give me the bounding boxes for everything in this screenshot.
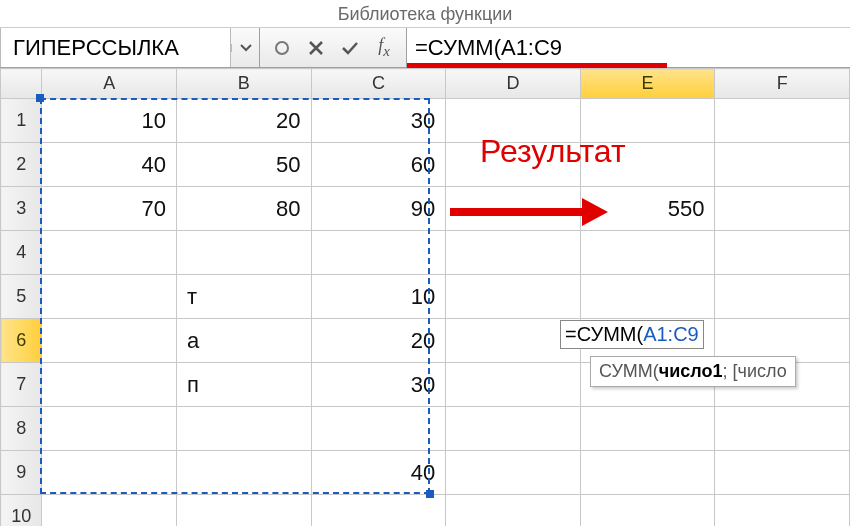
cell-C6[interactable]: 20 bbox=[311, 319, 446, 363]
cell-E10[interactable] bbox=[580, 495, 715, 527]
cell-B6[interactable]: а bbox=[177, 319, 312, 363]
row-header-5[interactable]: 5 bbox=[1, 275, 42, 319]
insert-function-button[interactable]: fx bbox=[372, 36, 396, 60]
cell-C10[interactable] bbox=[311, 495, 446, 527]
cell-D1[interactable] bbox=[446, 99, 581, 143]
cell-E9[interactable] bbox=[580, 451, 715, 495]
col-header-C[interactable]: C bbox=[311, 69, 446, 99]
row-header-3[interactable]: 3 bbox=[1, 187, 42, 231]
cell-D4[interactable] bbox=[446, 231, 581, 275]
cell-E5[interactable] bbox=[580, 275, 715, 319]
cell-A10[interactable] bbox=[42, 495, 177, 527]
name-box-dropdown[interactable] bbox=[231, 44, 259, 52]
cell-C5[interactable]: 10 bbox=[311, 275, 446, 319]
cell-D5[interactable] bbox=[446, 275, 581, 319]
cell-C1[interactable]: 30 bbox=[311, 99, 446, 143]
col-header-E[interactable]: E bbox=[580, 69, 715, 99]
row-header-6[interactable]: 6 bbox=[1, 319, 42, 363]
chevron-down-icon bbox=[240, 44, 252, 52]
cell-B4[interactable] bbox=[177, 231, 312, 275]
row-header-1[interactable]: 1 bbox=[1, 99, 42, 143]
cell-F8[interactable] bbox=[715, 407, 850, 451]
cell-inline-editor[interactable]: =СУММ(A1:C9 bbox=[560, 320, 704, 349]
x-icon bbox=[308, 40, 324, 56]
cell-F3[interactable] bbox=[715, 187, 850, 231]
range-handle-tl[interactable] bbox=[36, 94, 44, 102]
cell-F4[interactable] bbox=[715, 231, 850, 275]
function-tooltip: СУММ(число1; [число bbox=[590, 356, 796, 387]
spreadsheet[interactable]: A B C D E F 1 10 20 30 2 40 50 60 3 70 8… bbox=[0, 68, 850, 526]
cell-A5[interactable] bbox=[42, 275, 177, 319]
tooltip-arg2: [число bbox=[733, 361, 787, 381]
cell-D3[interactable] bbox=[446, 187, 581, 231]
cell-D2[interactable] bbox=[446, 143, 581, 187]
name-box-value[interactable]: ГИПЕРССЫЛКА bbox=[0, 28, 231, 67]
row-header-2[interactable]: 2 bbox=[1, 143, 42, 187]
cell-D9[interactable] bbox=[446, 451, 581, 495]
confirm-formula-button[interactable] bbox=[338, 36, 362, 60]
cell-B8[interactable] bbox=[177, 407, 312, 451]
cell-B7[interactable]: п bbox=[177, 363, 312, 407]
cell-E4[interactable] bbox=[580, 231, 715, 275]
tooltip-fn: СУММ bbox=[599, 361, 653, 381]
cell-A2[interactable]: 40 bbox=[42, 143, 177, 187]
cell-C7[interactable]: 30 bbox=[311, 363, 446, 407]
cell-C2[interactable]: 60 bbox=[311, 143, 446, 187]
formula-bar-buttons: fx bbox=[260, 28, 407, 67]
cell-F9[interactable] bbox=[715, 451, 850, 495]
check-icon bbox=[341, 40, 359, 56]
cell-C9[interactable]: 40 bbox=[311, 451, 446, 495]
cell-D10[interactable] bbox=[446, 495, 581, 527]
cell-C3[interactable]: 90 bbox=[311, 187, 446, 231]
ribbon-group-label: Библиотека функции bbox=[0, 0, 850, 28]
cell-C8[interactable] bbox=[311, 407, 446, 451]
col-header-B[interactable]: B bbox=[177, 69, 312, 99]
cell-E8[interactable] bbox=[580, 407, 715, 451]
col-header-A[interactable]: A bbox=[42, 69, 177, 99]
cell-E2[interactable] bbox=[580, 143, 715, 187]
cell-A8[interactable] bbox=[42, 407, 177, 451]
svg-point-0 bbox=[276, 42, 288, 54]
name-box[interactable]: ГИПЕРССЫЛКА bbox=[0, 28, 260, 67]
cell-A3[interactable]: 70 bbox=[42, 187, 177, 231]
cell-A9[interactable] bbox=[42, 451, 177, 495]
expand-formula-icon[interactable] bbox=[270, 36, 294, 60]
fx-icon: fx bbox=[378, 35, 390, 60]
cell-A7[interactable] bbox=[42, 363, 177, 407]
inline-edit-ref: A1:C9 bbox=[643, 323, 699, 345]
col-header-D[interactable]: D bbox=[446, 69, 581, 99]
cell-B3[interactable]: 80 bbox=[177, 187, 312, 231]
cell-A4[interactable] bbox=[42, 231, 177, 275]
tooltip-arg1: число1 bbox=[659, 361, 723, 381]
col-header-F[interactable]: F bbox=[715, 69, 850, 99]
cell-B2[interactable]: 50 bbox=[177, 143, 312, 187]
cell-D7[interactable] bbox=[446, 363, 581, 407]
formula-input[interactable] bbox=[415, 35, 842, 61]
cell-F2[interactable] bbox=[715, 143, 850, 187]
cell-F1[interactable] bbox=[715, 99, 850, 143]
cancel-formula-button[interactable] bbox=[304, 36, 328, 60]
row-header-10[interactable]: 10 bbox=[1, 495, 42, 527]
inline-edit-prefix: =СУММ( bbox=[565, 323, 643, 345]
row-header-4[interactable]: 4 bbox=[1, 231, 42, 275]
row-header-7[interactable]: 7 bbox=[1, 363, 42, 407]
grid[interactable]: A B C D E F 1 10 20 30 2 40 50 60 3 70 8… bbox=[0, 68, 850, 526]
cell-B5[interactable]: т bbox=[177, 275, 312, 319]
row-header-9[interactable]: 9 bbox=[1, 451, 42, 495]
range-handle-br[interactable] bbox=[426, 490, 434, 498]
formula-bar: ГИПЕРССЫЛКА fx bbox=[0, 28, 850, 68]
row-header-8[interactable]: 8 bbox=[1, 407, 42, 451]
cell-C4[interactable] bbox=[311, 231, 446, 275]
cell-B10[interactable] bbox=[177, 495, 312, 527]
cell-F10[interactable] bbox=[715, 495, 850, 527]
cell-F5[interactable] bbox=[715, 275, 850, 319]
cell-D8[interactable] bbox=[446, 407, 581, 451]
cell-E1[interactable] bbox=[580, 99, 715, 143]
formula-input-wrap[interactable] bbox=[407, 28, 850, 67]
cell-A6[interactable] bbox=[42, 319, 177, 363]
cell-E3[interactable]: 550 bbox=[580, 187, 715, 231]
cell-A1[interactable]: 10 bbox=[42, 99, 177, 143]
cell-B9[interactable] bbox=[177, 451, 312, 495]
cell-B1[interactable]: 20 bbox=[177, 99, 312, 143]
